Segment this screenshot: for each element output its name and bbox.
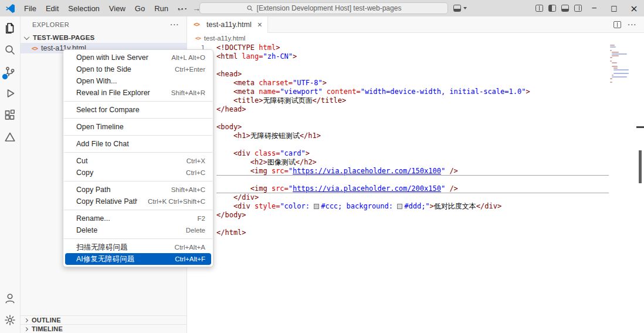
menu-item[interactable]: Open With... [65,75,211,87]
command-center[interactable]: [Extension Development Host] test-web-pa… [199,2,448,14]
menu-item[interactable]: Reveal in File ExplorerShift+Alt+R [65,87,211,99]
tab-bar: <> test-a11y.html × ··· [187,16,644,33]
breadcrumb-item[interactable]: test-a11y.html [204,35,246,42]
minimap-line [612,52,619,53]
scrollbar-thumb[interactable] [639,150,642,183]
menu-item-label: Reveal in File Explorer [76,89,161,97]
menu-item-shortcut: Shift+Alt+C [171,186,205,193]
menu-item[interactable]: Open with Live ServerAlt+L Alt+O [65,52,211,63]
code-line[interactable]: 6 <meta name="viewport" content="width=d… [187,88,609,96]
code-line[interactable]: 20</body> [187,211,609,220]
code-line[interactable]: 19 <div style="color: #ccc; background: … [187,202,609,211]
html-file-icon: <> [195,35,201,41]
code-line[interactable]: 8</head> [187,105,609,114]
toggle-secondary-sidebar-icon[interactable] [574,5,582,12]
menu-item[interactable]: Rename...F2 [65,213,211,224]
line-content: <img src="https://via.placeholder.com/20… [216,184,609,193]
settings-button[interactable] [1,311,19,329]
timeline-label: TIMELINE [32,325,63,332]
minimap-line [610,60,612,62]
code-line[interactable]: 14 <h2>图像测试</h2> [187,158,609,167]
activity-search-button[interactable] [1,41,19,59]
menu-item-label: Rename... [76,214,187,223]
code-line[interactable]: 18 </div> [187,193,609,202]
menu-item-label: AI修复无障碍问题 [76,254,164,264]
code-line[interactable]: 21 [187,220,609,228]
code-line[interactable]: 11 <h1>无障碍按钮测试</h1> [187,132,609,140]
line-content: <meta charset="UTF-8"> [216,79,609,88]
close-button[interactable]: × [624,0,644,16]
menu-item[interactable]: 扫描无障碍问题Ctrl+Alt+A [65,241,211,253]
toggle-primary-sidebar-icon[interactable] [548,5,556,12]
minimap-line [610,46,616,48]
toggle-panel-icon[interactable] [561,5,569,12]
split-editor-icon[interactable] [614,21,621,28]
line-content: <html lang="zh-CN"> [216,52,609,61]
maximize-button[interactable]: □ [604,0,624,16]
menu-item[interactable]: Copy PathShift+Alt+C [65,184,211,196]
menu-view[interactable]: View [104,2,130,15]
code-line[interactable]: 15 <img src="https://via.placeholder.com… [187,167,609,176]
activity-accessibility-button[interactable] [1,128,19,146]
menu-item[interactable]: Open to the SideCtrl+Enter [65,63,211,75]
code-line[interactable]: 9 [187,114,609,123]
activity-extensions-button[interactable] [1,106,19,124]
menu-item[interactable]: AI修复无障碍问题Ctrl+Alt+F [65,253,211,265]
tab-test-a11y[interactable]: <> test-a11y.html × [187,16,268,33]
color-decorator-swatch[interactable] [397,204,402,209]
minimap[interactable] [610,45,630,83]
menu-item[interactable]: CopyCtrl+C [65,167,211,179]
layout-customize-button[interactable] [453,0,467,16]
editor-more-actions-icon[interactable]: ··· [628,21,638,28]
menu-item-label: Add File to Chat [76,140,195,148]
code-line[interactable]: 2<html lang="zh-CN"> [187,52,609,61]
code-editor[interactable]: 1<!DOCTYPE html>2<html lang="zh-CN">34<h… [187,43,644,333]
tab-close-icon[interactable]: × [257,20,262,29]
outline-section-header[interactable]: OUTLINE [21,315,187,324]
line-content: </head> [216,105,609,114]
window-controls: ─ □ × [584,0,644,16]
code-line[interactable]: 13 <div class="card"> [187,149,609,158]
color-decorator-swatch[interactable] [314,204,319,209]
code-line[interactable]: 22</html> [187,228,609,237]
menu-selection[interactable]: Selection [63,2,104,15]
minimize-button[interactable]: ─ [584,0,604,16]
code-line[interactable]: 5 <meta charset="UTF-8"> [187,79,609,88]
line-content [216,114,609,123]
activity-explorer-button[interactable] [1,19,19,37]
code-line[interactable]: 10<body> [187,123,609,132]
menu-item[interactable]: Copy Relative PathCtrl+K Ctrl+Shift+C [65,196,211,207]
code-line[interactable]: 17 <img src="https://via.placeholder.com… [187,184,609,193]
outline-label: OUTLINE [32,317,61,324]
workspace-folder-row[interactable]: TEST-WEB-PAGES [21,32,187,43]
menu-go[interactable]: Go [130,2,150,15]
menu-edit[interactable]: Edit [41,2,63,15]
code-line[interactable]: 1<!DOCTYPE html> [187,43,609,52]
accounts-button[interactable] [1,290,19,307]
activity-bar [0,16,21,333]
menu-item-shortcut: Ctrl+Alt+A [175,244,205,251]
menu-item[interactable]: DeleteDelete [65,224,211,236]
activity-source-control-button[interactable] [1,63,19,80]
back-icon[interactable]: ← [177,4,185,13]
html-file-icon: <> [32,45,38,52]
code-line[interactable]: 12 [187,140,609,149]
menu-run[interactable]: Run [150,2,173,15]
menu-item[interactable]: Select for Compare [65,104,211,116]
menu-item[interactable]: Add File to Chat [65,138,211,150]
menu-item[interactable]: CutCtrl+X [65,155,211,167]
timeline-section-header[interactable]: TIMELINE [21,324,187,333]
code-line[interactable]: 16 [187,176,609,184]
menu-separator [64,118,212,119]
menu-file[interactable]: File [19,2,41,15]
minimap-line [610,82,612,83]
warning-triangle-icon [4,131,16,143]
split-editor-icon[interactable] [535,5,543,12]
code-line[interactable]: 7 <title>无障碍测试页面</title> [187,96,609,105]
line-content: <body> [216,123,609,132]
menu-item[interactable]: Open Timeline [65,121,211,133]
code-line[interactable]: 3 [187,61,609,70]
activity-run-debug-button[interactable] [1,85,19,102]
explorer-more-actions-icon[interactable]: ··· [171,21,180,28]
code-line[interactable]: 4<head> [187,70,609,79]
